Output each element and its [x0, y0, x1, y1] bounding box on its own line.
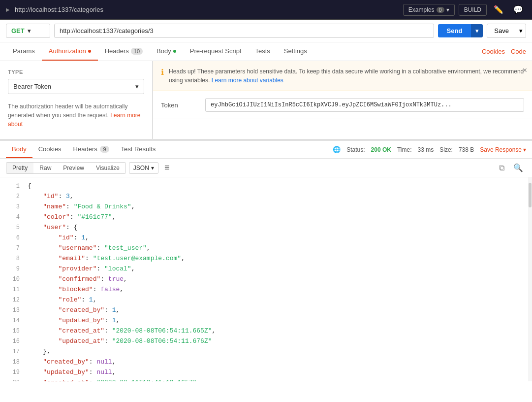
auth-note-text: The authorization header will be automat…	[8, 103, 127, 119]
language-chevron-icon: ▾	[151, 165, 154, 171]
examples-button[interactable]: Examples 0 ▾	[403, 4, 455, 16]
type-chevron-icon: ▾	[135, 83, 139, 90]
tab-body[interactable]: Body	[150, 42, 183, 61]
code-line-9: 9 "provider": "local",	[0, 264, 532, 274]
top-bar: ▶ http://localhost:1337/categories Examp…	[0, 0, 532, 20]
request-bar: GET ▾ Send ▾ Save ▾	[0, 20, 532, 42]
auth-right-panel: ℹ Heads up! These parameters hold sensit…	[153, 61, 532, 139]
tabs-right-actions: Cookies Code	[482, 48, 526, 55]
top-bar-actions: Examples 0 ▾ BUILD ✏️ 💬	[403, 3, 526, 16]
response-tab-headers[interactable]: Headers 9	[67, 141, 115, 158]
tab-settings-label: Settings	[284, 47, 307, 55]
code-line-4: 4 "color": "#161c77",	[0, 212, 532, 223]
code-line-1: 1 {	[0, 181, 532, 192]
auth-note: The authorization header will be automat…	[8, 102, 144, 129]
code-line-20: 20 "created_at": "2020-08-11T13:41:19.16…	[0, 378, 532, 381]
save-button-group: Save ▾	[487, 24, 526, 38]
code-line-16: 16 "updated_at": "2020-08-08T06:54:11.67…	[0, 336, 532, 347]
save-dropdown-button[interactable]: ▾	[516, 24, 526, 38]
format-tab-visualize[interactable]: Visualize	[90, 163, 125, 173]
tab-headers[interactable]: Headers 10	[98, 42, 150, 61]
examples-badge: 0	[437, 7, 444, 13]
status-label: Status:	[346, 146, 365, 153]
close-banner-button[interactable]: ×	[523, 66, 527, 75]
tab-params-label: Params	[13, 47, 35, 55]
scrollbar-track[interactable]	[528, 177, 532, 381]
learn-variables-link[interactable]: Learn more about variables	[212, 77, 283, 84]
copy-button[interactable]: ⧉	[496, 162, 507, 173]
format-tab-pretty[interactable]: Pretty	[6, 163, 33, 173]
code-line-3: 3 "name": "Food & Drinks",	[0, 202, 532, 212]
size-value: 738 B	[459, 146, 474, 153]
token-row: Token	[153, 91, 532, 119]
code-link[interactable]: Code	[511, 48, 526, 55]
wrap-lines-button[interactable]: ≡	[161, 162, 173, 174]
response-section: Body Cookies Headers 9 Test Results 🌐 St…	[0, 140, 532, 381]
headers-badge: 10	[131, 48, 143, 55]
method-chevron-icon: ▾	[28, 27, 31, 34]
globe-icon: 🌐	[333, 146, 341, 153]
tab-authorization-label: Authorization	[49, 47, 86, 55]
build-button[interactable]: BUILD	[459, 4, 487, 16]
tab-authorization[interactable]: Authorization	[42, 42, 98, 61]
scrollbar-thumb[interactable]	[529, 183, 532, 207]
response-tab-body[interactable]: Body	[6, 141, 32, 158]
code-actions: ⧉ 🔍	[496, 162, 526, 173]
language-select[interactable]: JSON ▾	[129, 162, 158, 174]
code-line-2: 2 "id": 3,	[0, 192, 532, 202]
format-tab-raw[interactable]: Raw	[33, 163, 57, 173]
response-body-code: 1 { 2 "id": 3, 3 "name": "Food & Drinks"…	[0, 177, 532, 381]
code-line-18: 18 "created_by": null,	[0, 357, 532, 368]
time-value: 33 ms	[418, 146, 434, 153]
cookies-link[interactable]: Cookies	[482, 48, 505, 55]
search-button[interactable]: 🔍	[510, 162, 526, 173]
code-line-12: 12 "role": 1,	[0, 295, 532, 305]
tab-tests-label: Tests	[255, 47, 270, 55]
size-label: Size:	[439, 146, 453, 153]
chat-icon[interactable]: 💬	[510, 3, 526, 16]
request-tabs-bar: Params Authorization Headers 10 Body Pre…	[0, 42, 532, 61]
tab-pre-request-label: Pre-request Script	[190, 47, 242, 55]
tab-headers-label: Headers	[105, 47, 129, 55]
response-status-bar: 🌐 Status: 200 OK Time: 33 ms Size: 738 B…	[333, 146, 526, 153]
tab-tests[interactable]: Tests	[248, 42, 277, 61]
time-label: Time:	[397, 146, 412, 153]
headers-count-badge: 9	[100, 146, 109, 153]
url-input[interactable]	[54, 24, 434, 38]
response-tab-test-results[interactable]: Test Results	[115, 141, 162, 158]
status-code: 200 OK	[371, 146, 391, 153]
tab-pre-request-script[interactable]: Pre-request Script	[183, 42, 249, 61]
response-tab-cookies[interactable]: Cookies	[32, 141, 67, 158]
examples-label: Examples	[408, 6, 435, 13]
code-line-8: 8 "email": "test.user@example.com",	[0, 254, 532, 264]
format-tab-preview[interactable]: Preview	[57, 163, 90, 173]
send-button-group: Send ▾	[438, 24, 483, 37]
examples-chevron-icon: ▾	[446, 6, 449, 13]
tab-settings[interactable]: Settings	[277, 42, 314, 61]
method-select[interactable]: GET ▾	[6, 24, 50, 38]
method-text: GET	[11, 27, 25, 34]
save-button[interactable]: Save	[487, 24, 516, 38]
token-input[interactable]	[205, 98, 524, 112]
send-button[interactable]: Send	[438, 24, 471, 37]
save-response-chevron-icon: ▾	[523, 146, 526, 153]
code-line-11: 11 "blocked": false,	[0, 285, 532, 295]
type-select[interactable]: Bearer Token ▾	[8, 79, 144, 94]
info-banner-text: Heads up! These parameters hold sensitiv…	[169, 67, 524, 85]
code-line-7: 7 "username": "test_user",	[0, 243, 532, 254]
tab-params[interactable]: Params	[6, 42, 42, 61]
authorization-dot-icon	[88, 50, 91, 53]
type-select-value: Bearer Token	[13, 83, 51, 90]
code-line-17: 17 },	[0, 347, 532, 357]
top-bar-url: http://localhost:1337/categories	[15, 6, 398, 13]
code-line-19: 19 "updated_by": null,	[0, 368, 532, 378]
save-response-button[interactable]: Save Response ▾	[480, 146, 526, 153]
code-line-13: 13 "created_by": 1,	[0, 305, 532, 316]
code-line-15: 15 "created_at": "2020-08-08T06:54:11.66…	[0, 326, 532, 336]
edit-icon[interactable]: ✏️	[491, 3, 506, 16]
auth-content-area: TYPE Bearer Token ▾ The authorization he…	[0, 61, 532, 140]
nav-arrow-icon: ▶	[6, 7, 10, 12]
send-dropdown-button[interactable]: ▾	[471, 24, 483, 37]
info-banner: ℹ Heads up! These parameters hold sensit…	[153, 61, 532, 91]
format-tabs: Pretty Raw Preview Visualize	[6, 162, 126, 174]
